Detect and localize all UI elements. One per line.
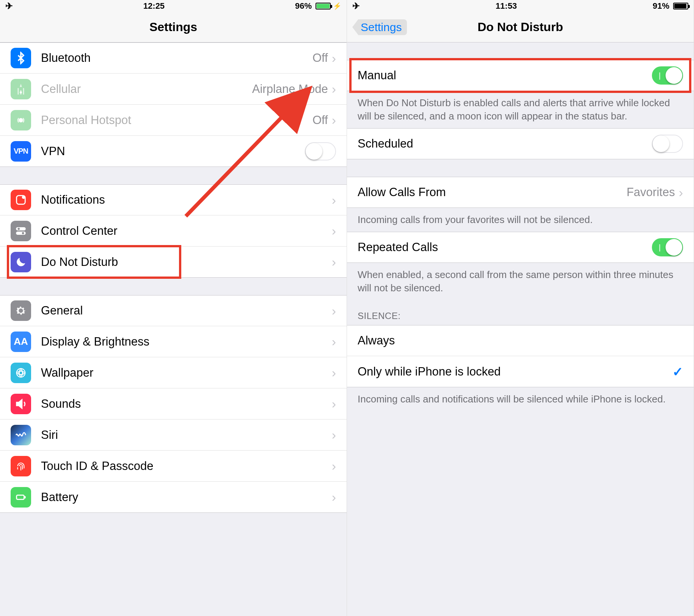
always-row[interactable]: Always <box>347 325 694 356</box>
settings-screen: ✈ 12:25 96% ⚡ Settings BluetoothOff›Cell… <box>0 0 347 616</box>
nav-bar: Settings <box>0 12 347 42</box>
battery-label: Battery <box>41 490 332 504</box>
dnd-settings-list[interactable]: Manual|When Do Not Disturb is enabled ca… <box>347 42 694 616</box>
cellular-row[interactable]: CellularAirplane Mode› <box>0 74 347 105</box>
chevron-right-icon: › <box>332 334 336 349</box>
moon-icon <box>11 252 31 272</box>
svg-point-0 <box>20 91 22 93</box>
touchid-row[interactable]: Touch ID & Passcode› <box>0 451 347 482</box>
charging-icon: ⚡ <box>333 2 341 10</box>
allow-calls-value: Favorites <box>626 185 675 199</box>
only-locked-label: Only while iPhone is locked <box>358 365 672 379</box>
chevron-right-icon: › <box>332 459 336 473</box>
scheduled-row[interactable]: Scheduled <box>347 128 694 159</box>
dnd-label: Do Not Disturb <box>41 255 332 269</box>
only-locked-row[interactable]: Only while iPhone is locked✓ <box>347 356 694 387</box>
status-time: 12:25 <box>143 1 165 11</box>
hotspot-icon <box>11 110 31 130</box>
allow-calls-row[interactable]: Allow Calls FromFavorites› <box>347 177 694 208</box>
control-center-row[interactable]: Control Center› <box>0 215 347 247</box>
checkmark-icon: ✓ <box>672 364 683 379</box>
nav-title: Settings <box>149 20 197 34</box>
control-center-label: Control Center <box>41 224 332 238</box>
wallpaper-label: Wallpaper <box>41 366 332 380</box>
battery-percent: 91% <box>653 1 669 11</box>
vpn-icon: VPN <box>11 141 31 162</box>
notifications-icon <box>11 190 31 210</box>
back-label: Settings <box>361 21 402 34</box>
svg-rect-4 <box>16 227 26 231</box>
nav-bar: Settings Do Not Disturb <box>347 12 694 42</box>
hotspot-value: Off <box>312 113 328 127</box>
svg-rect-11 <box>25 496 26 498</box>
always-label: Always <box>358 334 683 347</box>
vpn-row[interactable]: VPNVPN <box>0 136 347 167</box>
chevron-right-icon: › <box>332 396 336 411</box>
touchid-icon <box>11 456 31 476</box>
svg-rect-10 <box>17 495 24 499</box>
cellular-label: Cellular <box>41 82 252 96</box>
control-center-icon <box>11 221 31 241</box>
battery-icon <box>11 487 31 508</box>
airplane-mode-icon: ✈ <box>352 1 360 11</box>
section-footer: When enabled, a second call from the sam… <box>347 263 694 300</box>
svg-rect-5 <box>16 231 26 235</box>
svg-point-1 <box>19 118 23 122</box>
bluetooth-label: Bluetooth <box>41 51 312 65</box>
siri-label: Siri <box>41 428 332 442</box>
gear-icon <box>11 300 31 321</box>
chevron-right-icon: › <box>332 490 336 504</box>
section-footer: Incoming calls and notifications will be… <box>347 387 694 411</box>
svg-point-3 <box>22 196 25 199</box>
section-footer: Incoming calls from your favorites will … <box>347 208 694 232</box>
section-footer: When Do Not Disturb is enabled calls and… <box>347 91 694 128</box>
repeated-calls-label: Repeated Calls <box>358 240 652 254</box>
bluetooth-row[interactable]: BluetoothOff› <box>0 42 347 74</box>
siri-icon <box>11 425 31 445</box>
bluetooth-value: Off <box>312 51 328 65</box>
chevron-right-icon: › <box>679 185 683 200</box>
chevron-right-icon: › <box>332 365 336 380</box>
chevron-right-icon: › <box>332 223 336 238</box>
chevron-right-icon: › <box>332 303 336 318</box>
scheduled-toggle[interactable] <box>652 135 683 153</box>
repeated-calls-row[interactable]: Repeated Calls| <box>347 232 694 263</box>
general-row[interactable]: General› <box>0 295 347 326</box>
manual-label: Manual <box>358 69 652 82</box>
repeated-calls-toggle[interactable]: | <box>652 238 683 256</box>
manual-toggle[interactable]: | <box>652 66 683 85</box>
hotspot-label: Personal Hotspot <box>41 113 312 127</box>
cellular-icon <box>11 79 31 99</box>
section-header: SILENCE: <box>347 300 694 325</box>
status-bar: ✈ 11:53 91% <box>347 0 694 12</box>
touchid-label: Touch ID & Passcode <box>41 459 332 473</box>
bluetooth-icon <box>11 48 31 68</box>
chevron-right-icon: › <box>332 82 336 96</box>
status-bar: ✈ 12:25 96% ⚡ <box>0 0 347 12</box>
back-button[interactable]: Settings <box>352 19 407 35</box>
vpn-toggle[interactable] <box>305 142 336 160</box>
display-icon: AA <box>11 332 31 352</box>
hotspot-row[interactable]: Personal HotspotOff› <box>0 105 347 136</box>
svg-point-7 <box>22 232 24 234</box>
manual-row[interactable]: Manual| <box>347 60 694 91</box>
chevron-right-icon: › <box>332 427 336 442</box>
notifications-row[interactable]: Notifications› <box>0 184 347 215</box>
dnd-screen: ✈ 11:53 91% Settings Do Not Disturb Manu… <box>347 0 694 616</box>
wallpaper-row[interactable]: Wallpaper› <box>0 357 347 388</box>
chevron-right-icon: › <box>332 193 336 207</box>
sounds-row[interactable]: Sounds› <box>0 388 347 420</box>
battery-icon <box>673 3 688 9</box>
cellular-value: Airplane Mode <box>252 82 328 96</box>
battery-icon <box>316 3 331 9</box>
sounds-icon <box>11 394 31 414</box>
scheduled-label: Scheduled <box>358 137 652 151</box>
dnd-row[interactable]: Do Not Disturb› <box>0 247 347 278</box>
settings-list[interactable]: BluetoothOff›CellularAirplane Mode›Perso… <box>0 42 347 616</box>
display-row[interactable]: AADisplay & Brightness› <box>0 326 347 357</box>
allow-calls-label: Allow Calls From <box>358 185 626 199</box>
notifications-label: Notifications <box>41 193 332 207</box>
siri-row[interactable]: Siri› <box>0 420 347 451</box>
battery-row[interactable]: Battery› <box>0 482 347 513</box>
battery-percent: 96% <box>295 1 312 11</box>
